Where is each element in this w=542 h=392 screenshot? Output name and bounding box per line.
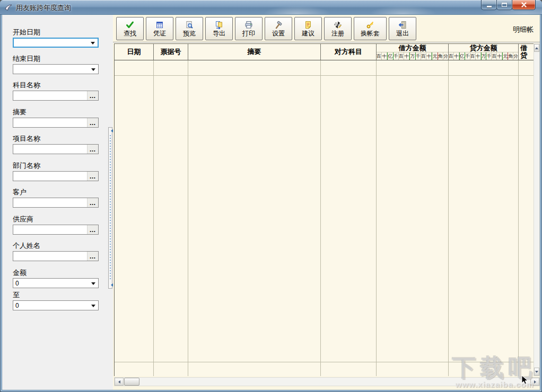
scroll-right-button[interactable]: [530, 378, 539, 386]
field-supplier: 供应商 …: [13, 215, 99, 235]
grid-cell: [188, 60, 321, 76]
sidebar-splitter[interactable]: [108, 127, 112, 289]
field-label: 客户: [13, 188, 99, 196]
toolbar: 查找 凭证 预览 导出: [113, 15, 540, 42]
dropdown-button[interactable]: [89, 279, 98, 288]
window-controls: [482, 0, 536, 10]
account-name-input[interactable]: …: [13, 91, 99, 101]
person-name-input[interactable]: …: [13, 251, 99, 261]
titlebar[interactable]: 用友账跨年度查询: [0, 0, 542, 15]
customer-input[interactable]: …: [13, 198, 99, 208]
export-button[interactable]: 导出: [205, 17, 233, 40]
scroll-down-button[interactable]: [534, 368, 539, 376]
scroll-left-button[interactable]: [115, 378, 124, 386]
export-icon: [215, 21, 223, 29]
field-amount-from: 金额 0: [13, 268, 99, 288]
settings-button[interactable]: 设置: [265, 17, 292, 40]
exit-door-icon: [398, 21, 407, 29]
debit-char: 借: [520, 44, 527, 52]
button-label: 建议: [302, 30, 314, 37]
chevron-down-icon: [91, 42, 95, 47]
app-logo-icon[interactable]: [4, 3, 13, 12]
digit-label: 千: [394, 52, 399, 60]
switch-account-button[interactable]: 换帐套: [354, 17, 387, 40]
grid-cell: [377, 362, 449, 376]
horizontal-scrollbar[interactable]: [114, 377, 540, 386]
field-start-date: 开始日期: [13, 28, 99, 48]
lookup-ellipsis-button[interactable]: …: [87, 172, 98, 181]
vertical-scrollbar[interactable]: [534, 43, 540, 376]
digit-label: 万: [481, 52, 487, 60]
amount-from-combobox[interactable]: 0: [13, 278, 99, 288]
button-label: 退出: [396, 30, 409, 37]
preview-button[interactable]: 预览: [176, 17, 203, 40]
settings-hammer-icon: [274, 21, 283, 29]
project-name-input[interactable]: …: [13, 144, 99, 154]
button-label: 打印: [242, 30, 255, 37]
dropdown-button[interactable]: [88, 39, 98, 47]
find-button[interactable]: 查找: [116, 17, 144, 40]
field-label: 结束日期: [13, 54, 99, 63]
close-button[interactable]: [512, 0, 536, 10]
scroll-up-button[interactable]: [534, 44, 539, 52]
end-date-combobox[interactable]: [13, 64, 99, 74]
field-label: 科目名称: [13, 81, 99, 89]
digit-label: 亿: [459, 52, 465, 60]
lookup-ellipsis-button[interactable]: …: [87, 252, 98, 261]
digit-label: 分: [443, 52, 448, 60]
horizontal-scroll-thumb[interactable]: [124, 378, 139, 386]
grid-cell: [154, 76, 188, 362]
field-customer: 客户 …: [13, 188, 99, 208]
start-date-combobox[interactable]: [13, 38, 99, 48]
exit-button[interactable]: 退出: [389, 17, 416, 40]
ledger-grid: 日期 票据号 摘要 对方科目 借方金额 百 十 亿 千 百 十 万 千 百: [114, 43, 534, 376]
field-label: 金额: [13, 268, 99, 277]
grid-cell: [115, 362, 154, 376]
dropdown-button[interactable]: [89, 301, 98, 310]
suggestion-button[interactable]: 建议: [294, 17, 322, 40]
chevron-down-icon: [91, 282, 95, 287]
lookup-ellipsis-button[interactable]: …: [87, 145, 98, 154]
digit-label: 角: [508, 52, 513, 60]
close-icon: [521, 2, 527, 7]
grid-cell: [449, 362, 519, 376]
column-header-credit-amount: 贷方金额 百 十 亿 千 百 十 万 千 百 十 元 角 分: [449, 44, 519, 60]
chevron-down-icon: [91, 305, 95, 309]
button-label: 注册: [331, 30, 344, 37]
amount-to-combobox[interactable]: 0: [13, 300, 99, 310]
print-button[interactable]: 打印: [235, 17, 263, 40]
digit-label: 亿: [387, 52, 393, 60]
summary-input[interactable]: …: [13, 118, 99, 128]
supplier-input[interactable]: …: [13, 225, 99, 235]
digit-label: 十: [382, 52, 387, 60]
digit-label: 十: [426, 52, 432, 60]
minimize-icon: [487, 6, 492, 7]
maximize-button[interactable]: [496, 0, 512, 10]
lookup-ellipsis-button[interactable]: …: [87, 118, 98, 127]
digit-label: 角: [438, 52, 443, 60]
arrow-up-icon: [535, 46, 538, 49]
print-icon: [244, 21, 253, 29]
field-department-name: 部门名称 …: [13, 161, 99, 181]
maximize-icon: [502, 3, 507, 7]
mouse-cursor-icon: [521, 375, 528, 385]
voucher-button[interactable]: 凭证: [146, 17, 173, 40]
digit-label: 百: [377, 52, 382, 60]
minimize-button[interactable]: [481, 0, 497, 10]
grid-cell: [519, 76, 534, 362]
field-end-date: 结束日期: [13, 54, 99, 74]
lookup-ellipsis-button[interactable]: …: [87, 225, 98, 234]
lookup-ellipsis-button[interactable]: …: [87, 198, 98, 207]
field-amount-to: 至 0: [13, 290, 99, 310]
register-button[interactable]: 注册: [324, 17, 352, 40]
column-header-debit-credit: 借 贷: [519, 44, 534, 60]
digit-label: 元: [502, 52, 508, 60]
suggestion-note-icon: [304, 21, 312, 29]
grid-cell: [321, 362, 377, 376]
column-header-bill-number: 票据号: [154, 44, 188, 60]
lookup-ellipsis-button[interactable]: …: [87, 91, 98, 100]
dropdown-button[interactable]: [89, 65, 98, 74]
button-label: 预览: [183, 30, 196, 37]
arrow-right-icon: [534, 380, 538, 384]
department-name-input[interactable]: …: [13, 171, 99, 181]
